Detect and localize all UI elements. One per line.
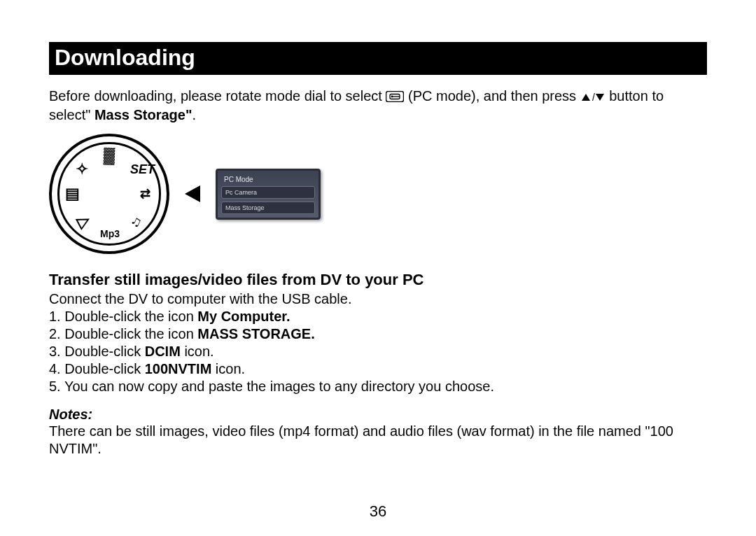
svg-marker-4	[582, 94, 590, 101]
pointer-triangle-icon	[185, 185, 200, 202]
page-title: Downloading	[49, 42, 707, 75]
lcd-title: PC Mode	[221, 174, 315, 186]
page-number: 36	[370, 502, 386, 521]
intro-seg1: Before downloading, please rotate mode d…	[49, 88, 386, 104]
svg-marker-6	[596, 94, 604, 101]
step2-bold: MASS STORAGE.	[197, 326, 314, 341]
mode-dial-illustration: ▓ ✧ SET ▤ ⇄ ▷ ♫ Mp3	[49, 134, 169, 254]
step2-pre: 2. Double-click the icon	[49, 326, 197, 341]
intro-trailing: .	[192, 107, 196, 122]
dial-icon-tl: ✧	[73, 160, 91, 178]
subheading-transfer: Transfer still images/video files from D…	[49, 271, 707, 289]
lcd-screenshot: PC Mode Pc Camera Mass Storage	[216, 169, 321, 220]
figure-row: ▓ ✧ SET ▤ ⇄ ▷ ♫ Mp3 PC Mode Pc Camera Ma…	[49, 134, 707, 254]
lcd-row-pccamera: Pc Camera	[221, 186, 315, 199]
dial-icon-mp3: Mp3	[100, 225, 118, 243]
step1-bold: My Computer.	[197, 309, 290, 324]
svg-text:/: /	[592, 92, 595, 102]
usb-icon	[386, 89, 404, 106]
intro-paragraph: Before downloading, please rotate mode d…	[49, 87, 707, 124]
step-2: 2. Double-click the icon MASS STORAGE.	[49, 325, 707, 343]
step3-bold: DCIM	[145, 344, 181, 359]
step-5: 5. You can now copy and paste the images…	[49, 378, 707, 395]
step1-pre: 1. Double-click the icon	[49, 309, 197, 324]
dial-icon-set: SET	[130, 160, 148, 178]
dial-icon-usb: ⇄	[136, 185, 154, 203]
step3-post: icon.	[181, 344, 214, 359]
intro-pcmode-label: (PC mode), and then press	[408, 88, 580, 104]
steps-intro: Connect the DV to computer with the USB …	[49, 290, 707, 308]
notes-body: There can be still images, video files (…	[49, 423, 707, 458]
lcd-row-massstorage: Mass Storage	[221, 202, 315, 214]
intro-mass-storage: Mass Storage"	[94, 107, 192, 122]
step4-post: icon.	[211, 361, 245, 376]
up-down-arrow-icon: /	[580, 89, 606, 106]
step3-pre: 3. Double-click	[49, 344, 145, 359]
step-3: 3. Double-click DCIM icon.	[49, 343, 707, 360]
notes-heading: Notes:	[49, 407, 707, 423]
step-1: 1. Double-click the icon My Computer.	[49, 308, 707, 325]
dial-icon-left: ▤	[63, 185, 81, 203]
step4-pre: 4. Double-click	[49, 361, 145, 376]
dial-icon-top: ▓	[100, 146, 119, 165]
step-4: 4. Double-click 100NVTIM icon.	[49, 360, 707, 378]
manual-page: Downloading Before downloading, please r…	[0, 0, 756, 536]
svg-point-3	[391, 96, 393, 98]
steps-block: Connect the DV to computer with the USB …	[49, 290, 707, 395]
step4-bold: 100NVTIM	[145, 361, 212, 376]
